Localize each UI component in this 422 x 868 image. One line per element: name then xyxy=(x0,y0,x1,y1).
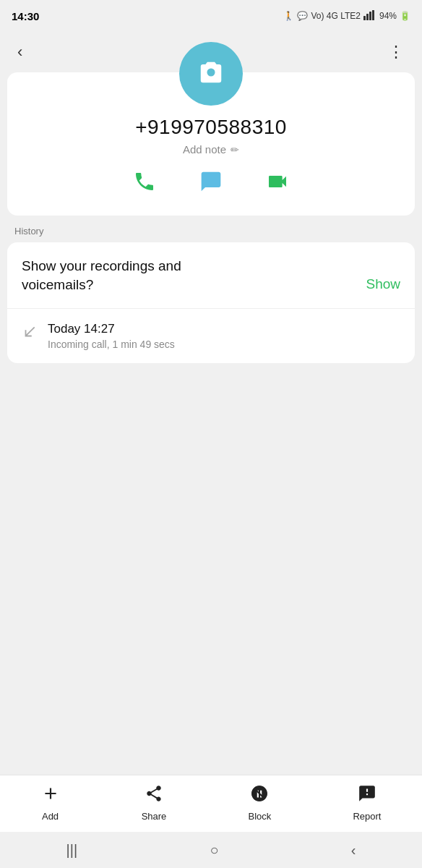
signal-icon xyxy=(363,10,376,22)
block-button[interactable]: Block xyxy=(248,784,271,822)
add-note-label: Add note xyxy=(183,143,226,156)
share-icon xyxy=(145,784,163,807)
call-detail: Today 14:27 Incoming call, 1 min 49 secs xyxy=(48,322,175,350)
more-options-button[interactable]: ⋮ xyxy=(382,37,410,67)
call-icon xyxy=(133,170,156,195)
section-label: History xyxy=(0,216,422,242)
status-icons: 🚶 💬 Vo) 4G LTE2 94% 🔋 xyxy=(283,10,410,22)
svg-rect-3 xyxy=(372,10,374,20)
video-icon xyxy=(266,170,289,195)
message-button[interactable] xyxy=(199,170,223,195)
message-notification-icon: 💬 xyxy=(297,11,308,21)
carrier-label: Vo) 4G LTE2 xyxy=(311,11,360,21)
call-button[interactable] xyxy=(133,170,156,195)
share-button[interactable]: Share xyxy=(142,784,167,822)
bottom-action-bar: Add Share Block Report xyxy=(0,775,422,832)
status-bar: 14:30 🚶 💬 Vo) 4G LTE2 94% 🔋 xyxy=(0,0,422,32)
runner-icon: 🚶 xyxy=(283,11,294,21)
svg-rect-2 xyxy=(369,12,371,20)
battery-icon: 🔋 xyxy=(400,11,410,21)
show-button[interactable]: Show xyxy=(366,276,400,294)
call-history-row: Today 14:27 Incoming call, 1 min 49 secs xyxy=(7,309,415,363)
action-row xyxy=(22,170,400,195)
message-icon xyxy=(199,170,223,195)
share-label: Share xyxy=(142,811,167,822)
recordings-text: Show your recordings and voicemails? xyxy=(22,257,253,294)
incoming-call-icon xyxy=(22,324,38,343)
report-icon xyxy=(358,784,376,807)
add-label: Add xyxy=(42,811,59,822)
system-nav-bar: ||| ○ ‹ xyxy=(0,832,422,868)
menu-nav-button[interactable]: ||| xyxy=(66,842,78,859)
phone-number: +919970588310 xyxy=(135,116,287,139)
video-call-button[interactable] xyxy=(266,170,289,195)
status-time: 14:30 xyxy=(12,10,39,22)
call-detail-desc: Incoming call, 1 min 49 secs xyxy=(48,339,175,350)
profile-card: +919970588310 Add note ✏ xyxy=(7,72,415,216)
pencil-icon: ✏ xyxy=(231,144,239,156)
avatar xyxy=(179,42,243,106)
block-icon xyxy=(250,784,269,807)
block-label: Block xyxy=(248,811,271,822)
svg-rect-1 xyxy=(366,14,369,20)
camera-icon xyxy=(197,59,225,89)
history-card: Show your recordings and voicemails? Sho… xyxy=(7,242,415,363)
recordings-row: Show your recordings and voicemails? Sho… xyxy=(7,242,415,309)
back-button[interactable]: ‹ xyxy=(12,37,28,67)
avatar-wrapper xyxy=(179,42,243,106)
add-icon xyxy=(41,784,60,807)
add-note[interactable]: Add note ✏ xyxy=(183,143,239,156)
report-label: Report xyxy=(353,811,381,822)
home-nav-button[interactable]: ○ xyxy=(210,842,218,859)
back-nav-button[interactable]: ‹ xyxy=(351,842,356,859)
svg-rect-0 xyxy=(363,16,366,20)
report-button[interactable]: Report xyxy=(353,784,381,822)
battery-label: 94% xyxy=(379,11,397,21)
call-detail-time: Today 14:27 xyxy=(48,322,175,336)
add-button[interactable]: Add xyxy=(41,784,60,822)
